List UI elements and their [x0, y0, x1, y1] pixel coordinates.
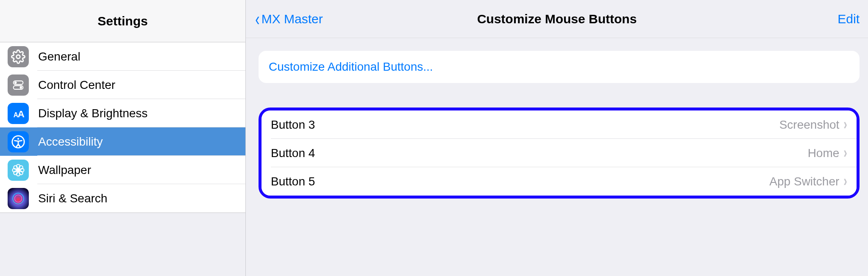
detail-header: ‹ MX Master Customize Mouse Buttons Edit — [246, 0, 868, 38]
button-5-row[interactable]: Button 5 App Switcher › — [262, 167, 857, 196]
sidebar-item-label: Display & Brightness — [38, 107, 147, 120]
button-mappings-group: Button 3 Screenshot › Button 4 Home › — [262, 110, 857, 196]
button-4-row[interactable]: Button 4 Home › — [262, 139, 857, 167]
sidebar-item-siri-search[interactable]: Siri & Search — [0, 184, 245, 213]
row-label: Button 4 — [271, 146, 315, 160]
svg-point-19 — [15, 195, 22, 202]
flower-icon — [8, 160, 29, 181]
svg-point-8 — [17, 138, 19, 139]
siri-icon — [8, 188, 29, 209]
sidebar-item-control-center[interactable]: Control Center — [0, 71, 245, 99]
customize-additional-buttons-link[interactable]: Customize Additional Buttons... — [259, 51, 860, 83]
back-button[interactable]: ‹ MX Master — [254, 10, 364, 28]
svg-point-0 — [17, 55, 20, 58]
button-mappings-highlight: Button 3 Screenshot › Button 4 Home › — [259, 108, 860, 199]
sidebar-item-label: Accessibility — [38, 135, 103, 149]
row-value: Screenshot — [779, 118, 840, 132]
accessibility-icon — [8, 131, 29, 152]
edit-button[interactable]: Edit — [826, 12, 860, 26]
gear-icon — [8, 46, 29, 67]
sidebar-item-wallpaper[interactable]: Wallpaper — [0, 156, 245, 184]
sidebar-item-label: General — [38, 50, 81, 63]
text-size-icon: A A — [8, 103, 29, 124]
sidebar-header: Settings — [0, 0, 245, 42]
row-value: Home — [808, 146, 840, 160]
sidebar-list: General Control Center A A — [0, 42, 245, 213]
chevron-right-icon: › — [843, 116, 847, 134]
sidebar-item-label: Control Center — [38, 78, 115, 92]
sidebar-item-label: Wallpaper — [38, 163, 91, 177]
sidebar-item-display-brightness[interactable]: A A Display & Brightness — [0, 99, 245, 127]
back-label: MX Master — [262, 12, 323, 26]
detail-pane: ‹ MX Master Customize Mouse Buttons Edit… — [246, 0, 868, 276]
sidebar-item-label: Siri & Search — [38, 192, 107, 205]
settings-sidebar: Settings General Control Cen — [0, 0, 246, 276]
row-label: Button 3 — [271, 118, 315, 132]
svg-text:A: A — [18, 108, 25, 119]
svg-point-4 — [20, 86, 22, 88]
chevron-left-icon: ‹ — [255, 10, 259, 28]
row-value: App Switcher — [769, 175, 839, 188]
svg-point-2 — [14, 81, 17, 84]
customize-group: Customize Additional Buttons... — [259, 51, 860, 83]
page-title: Customize Mouse Buttons — [477, 12, 637, 26]
chevron-right-icon: › — [843, 172, 847, 190]
sidebar-item-accessibility[interactable]: Accessibility — [0, 127, 245, 156]
sidebar-item-general[interactable]: General — [0, 42, 245, 71]
chevron-right-icon: › — [843, 144, 847, 162]
row-label: Button 5 — [271, 175, 315, 188]
toggles-icon — [8, 75, 29, 96]
svg-point-9 — [17, 168, 19, 171]
button-3-row[interactable]: Button 3 Screenshot › — [262, 110, 857, 139]
sidebar-title: Settings — [97, 14, 147, 28]
detail-content: Customize Additional Buttons... Button 3… — [246, 38, 868, 199]
